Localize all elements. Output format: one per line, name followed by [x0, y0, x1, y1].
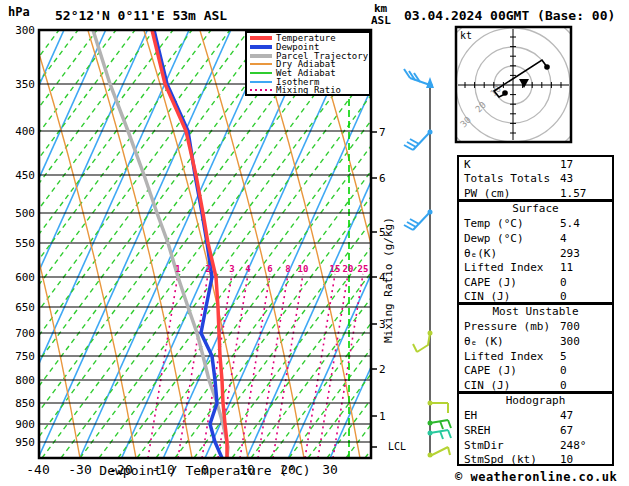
table-row: StmDir248° [459, 438, 612, 453]
table-row: SREH67 [459, 423, 612, 438]
table-row: StmSpd (kt)10 [459, 452, 612, 467]
page-title: 52°12'N 0°11'E 53m ASL [55, 8, 227, 23]
table-row-value: 293 [560, 247, 612, 260]
table-row-label: Totals Totals [459, 172, 560, 185]
pressure-tick-label: 350 [1, 78, 35, 91]
legend-swatch-mixing-ratio [250, 87, 272, 93]
mixing-ratio-axis-title: Mixing Ratio (g/kg) [382, 217, 395, 343]
legend: TemperatureDewpointParcel TrajectoryDry … [245, 31, 371, 96]
mixing-ratio-label: 20 [343, 264, 354, 274]
table-row-label: Lifted Index [459, 350, 560, 363]
table-row-value: 67 [560, 424, 612, 437]
km-tick-label: 6 [379, 172, 386, 185]
pressure-tick-label: 900 [1, 418, 35, 431]
pressure-tick-label: 750 [1, 350, 35, 363]
table-row-value: 0 [560, 290, 612, 303]
table-row: EH47 [459, 409, 612, 424]
sounding-app: 102030 hPa 52°12'N 0°11'E 53m ASL km ASL… [0, 0, 629, 486]
table-row: PW (cm)1.57 [459, 186, 612, 201]
table-row-value: 0 [560, 364, 612, 377]
table-row-label: PW (cm) [459, 187, 560, 200]
legend-swatch-dry-adiabat [250, 61, 272, 67]
km-tick-label: 1 [379, 410, 386, 423]
legend-swatch-parcel-trajectory [250, 53, 272, 59]
table-row-label: CIN (J) [459, 290, 560, 303]
table-row-label: K [459, 158, 560, 171]
lcl-label: LCL [388, 441, 406, 452]
index-table-most-unstable: Most UnstablePressure (mb)700θₑ (K)300Li… [457, 303, 614, 393]
temp-tick-label: -30 [68, 462, 91, 477]
pressure-tick-label: 700 [1, 327, 35, 340]
legend-label: Wet Adiabat [276, 69, 336, 77]
temp-tick-label: -40 [26, 462, 49, 477]
table-row: Lifted Index11 [459, 260, 612, 275]
legend-label: Mixing Ratio [276, 86, 341, 94]
datetime-label: 03.04.2024 00GMT (Base: 00) [404, 8, 615, 23]
pressure-tick-label: 650 [1, 301, 35, 314]
pressure-tick-label: 950 [1, 436, 35, 449]
table-row: CAPE (J)0 [459, 275, 612, 290]
pressure-tick-label: 300 [1, 24, 35, 37]
table-title: Hodograph [459, 394, 612, 409]
pressure-tick-label: 400 [1, 125, 35, 138]
table-row-label: Pressure (mb) [459, 320, 560, 333]
table-row-label: StmDir [459, 439, 560, 452]
pressure-tick-label: 550 [1, 237, 35, 250]
table-row: Totals Totals43 [459, 172, 612, 187]
table-row-value: 0 [560, 276, 612, 289]
table-row-value: 700 [560, 320, 612, 333]
table-row-value: 0 [560, 379, 612, 392]
mixing-ratio-label: 4 [245, 264, 250, 274]
table-row-value: 5.4 [560, 217, 612, 230]
pressure-tick-label: 600 [1, 271, 35, 284]
table-row-value: 5 [560, 350, 612, 363]
table-row: Pressure (mb)700 [459, 320, 612, 335]
index-table-surface: SurfaceTemp (°C)5.4Dewp (°C)4θₑ(K)293Lif… [457, 200, 614, 304]
mixing-ratio-label: 3 [229, 264, 234, 274]
table-row: CAPE (J)0 [459, 363, 612, 378]
temp-tick-label: 30 [322, 462, 338, 477]
table-row-label: StmSpd (kt) [459, 453, 560, 466]
mixing-ratio-label: 10 [298, 264, 309, 274]
table-row-value: 1.57 [560, 187, 612, 200]
table-row-label: θₑ(K) [459, 247, 560, 260]
pressure-tick-label: 500 [1, 207, 35, 220]
pressure-tick-label: 800 [1, 374, 35, 387]
mixing-ratio-label: 1 [175, 264, 180, 274]
x-axis-title: Dewpoint / Temperature (°C) [99, 463, 310, 478]
legend-label: Dewpoint [276, 43, 319, 51]
footer-credit: © weatheronline.co.uk [455, 470, 617, 484]
table-row-value: 47 [560, 409, 612, 422]
table-row-value: 10 [560, 453, 612, 466]
mixing-ratio-label: 8 [285, 264, 290, 274]
index-table-hodograph: HodographEH47SREH67StmDir248°StmSpd (kt)… [457, 392, 614, 466]
table-row-value: 43 [560, 172, 612, 185]
table-row-value: 11 [560, 261, 612, 274]
mixing-ratio-label: 15 [330, 264, 341, 274]
index-table: K17Totals Totals43PW (cm)1.57 [457, 155, 614, 201]
hodograph-unit-label: kt [460, 30, 472, 41]
table-title: Most Unstable [459, 305, 612, 320]
table-row: Dewp (°C)4 [459, 231, 612, 246]
table-row-label: CIN (J) [459, 379, 560, 392]
table-row-label: Temp (°C) [459, 217, 560, 230]
table-row: CIN (J)0 [459, 378, 612, 393]
pressure-tick-label: 850 [1, 397, 35, 410]
table-row-label: Lifted Index [459, 261, 560, 274]
table-row-value: 4 [560, 232, 612, 245]
table-row: Temp (°C)5.4 [459, 217, 612, 232]
table-title: Surface [459, 202, 612, 217]
pressure-tick-label: 450 [1, 169, 35, 182]
altitude-unit-asl: ASL [371, 14, 391, 27]
legend-swatch-isotherm [250, 79, 272, 85]
legend-swatch-dewpoint [250, 44, 272, 50]
legend-swatch-wet-adiabat [250, 70, 272, 76]
legend-item: Mixing Ratio [250, 86, 369, 95]
table-row-label: CAPE (J) [459, 276, 560, 289]
table-row-label: SREH [459, 424, 560, 437]
table-row-value: 248° [560, 439, 612, 452]
table-row-label: CAPE (J) [459, 364, 560, 377]
table-row-label: EH [459, 409, 560, 422]
mixing-ratio-label: 2 [205, 264, 210, 274]
km-tick-label: 7 [379, 126, 386, 139]
